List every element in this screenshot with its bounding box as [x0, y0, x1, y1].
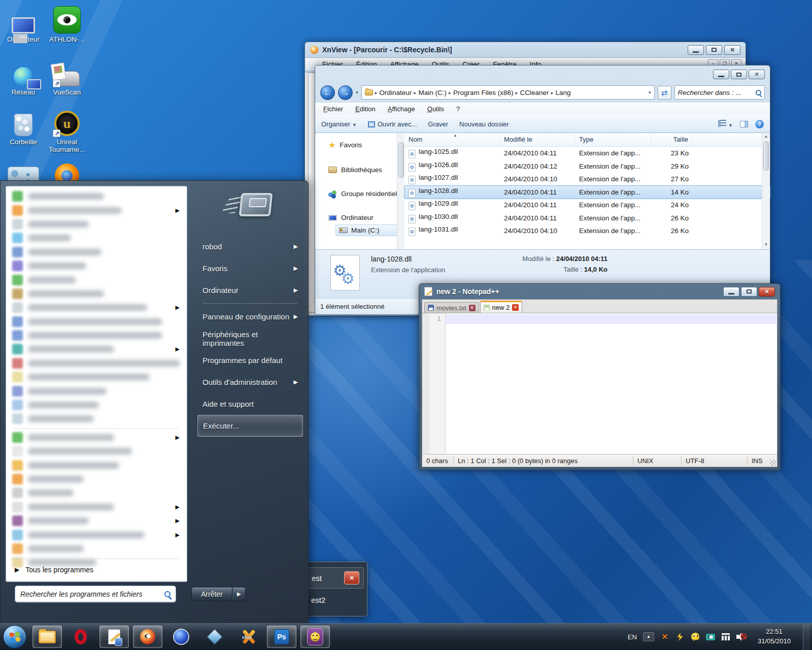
back-button[interactable]: ← — [320, 85, 335, 100]
taskbar-notepadpp-button[interactable] — [99, 626, 129, 648]
blurred-program-item[interactable] — [9, 356, 184, 370]
start-item-executer[interactable]: Exécuter... — [197, 415, 303, 437]
forward-button[interactable]: → — [338, 85, 353, 100]
column-header-type[interactable]: Type — [575, 133, 651, 146]
explorer-titlebar[interactable]: ✕ — [315, 66, 770, 83]
scrollbar-thumb[interactable] — [398, 142, 404, 178]
shutdown-button[interactable]: Arrêter — [191, 587, 232, 601]
start-item-programmes-defaut[interactable]: Programmes par défaut — [197, 349, 303, 371]
blurred-program-item[interactable] — [9, 189, 184, 203]
table-row-selected[interactable]: ⚙lang-1028.dll 24/04/2010 04:11Extension… — [404, 186, 770, 199]
show-hidden-icons-button[interactable]: ▲ — [643, 632, 654, 641]
lightning-tray-icon[interactable] — [675, 632, 685, 641]
blurred-program-item[interactable] — [9, 398, 184, 412]
blurred-program-item[interactable] — [9, 231, 184, 245]
maximize-button[interactable] — [706, 45, 722, 55]
taskbar-opera-button[interactable] — [66, 626, 95, 648]
clock[interactable]: 22:51 31/05/2010 — [752, 627, 797, 646]
preview-pane-button[interactable] — [740, 121, 748, 127]
blurred-program-item[interactable] — [9, 444, 184, 458]
breadcrumb[interactable]: ▸ Ordinateur ▸ Main (C:) ▸ Program Files… — [361, 85, 655, 100]
menu-outils[interactable]: Outils — [427, 105, 444, 113]
blurred-program-item[interactable] — [9, 273, 184, 286]
menu-edition[interactable]: Edition — [355, 105, 376, 113]
blurred-program-item[interactable] — [9, 412, 184, 426]
open-with-button[interactable]: Ouvrir avec... — [368, 120, 417, 128]
language-indicator[interactable]: EN — [628, 633, 637, 641]
table-row[interactable]: ⚙lang-1031.dll 24/04/2010 04:10Extension… — [404, 224, 770, 238]
blurred-program-item[interactable]: ▶ — [9, 500, 184, 514]
desktop-icon-vuescan[interactable]: ↗ VueScan — [46, 57, 88, 96]
close-thumbnail-button[interactable]: ✕ — [344, 571, 359, 584]
start-item-outils-administration[interactable]: Outils d'administration▶ — [197, 371, 303, 393]
desktop-icon-ordinateur[interactable]: Ordinateur — [2, 4, 45, 43]
column-header-modifie[interactable]: Modifié le — [500, 133, 575, 146]
close-button[interactable]: ✕ — [759, 287, 775, 297]
menu-help[interactable]: ? — [456, 105, 460, 113]
column-header-nom[interactable]: Nom — [404, 133, 500, 146]
maximize-button[interactable] — [741, 287, 757, 297]
scrollbar-thumb[interactable] — [763, 141, 769, 171]
desktop-icon-corbeille[interactable]: Corbeille — [2, 107, 45, 146]
blurred-program-item[interactable]: ▶ — [9, 431, 184, 444]
taskbar-xnview-button[interactable] — [133, 626, 162, 648]
start-search-box[interactable] — [15, 586, 176, 602]
blurred-program-item[interactable] — [9, 486, 184, 500]
taskbar-mediaplayer-button[interactable] — [166, 626, 196, 648]
columns-tray-icon[interactable] — [721, 632, 730, 641]
blurred-program-item[interactable] — [9, 245, 184, 259]
scroll-down-icon[interactable]: ▼ — [763, 242, 769, 248]
desktop-icon-reseau[interactable]: Réseau — [2, 57, 45, 96]
refresh-button[interactable]: ⇄ — [658, 86, 671, 100]
shutdown-options-arrow[interactable]: ▶ — [232, 587, 246, 601]
close-button[interactable]: ✕ — [749, 70, 765, 79]
start-search-input[interactable] — [20, 590, 160, 598]
desktop-icon-athlon[interactable]: ATHLON-... — [46, 4, 88, 43]
breadcrumb-ccleaner[interactable]: CCleaner — [520, 89, 549, 96]
blurred-program-item[interactable] — [9, 259, 184, 273]
show-desktop-button[interactable] — [803, 624, 810, 650]
start-item-peripheriques[interactable]: Périphériques et imprimantes — [197, 328, 303, 349]
scroll-up-icon[interactable]: ▲ — [763, 134, 769, 140]
blurred-program-item[interactable] — [9, 315, 184, 329]
notepadpp-titlebar[interactable]: new 2 - Notepad++ ✕ — [419, 284, 780, 299]
burn-button[interactable]: Graver — [428, 120, 448, 128]
blurred-program-item[interactable] — [9, 287, 184, 301]
sidebar-item-bibliotheques[interactable]: Bibliothèques — [315, 164, 404, 176]
tab-new-2[interactable]: new 2 ✕ — [480, 301, 523, 313]
taskbar-yahoo-button[interactable] — [300, 626, 330, 648]
breadcrumb-lang[interactable]: Lang — [556, 89, 571, 96]
address-dropdown[interactable]: ▾ — [649, 90, 651, 95]
blurred-program-item[interactable]: ▶ — [9, 203, 184, 217]
table-row[interactable]: ⚙lang-1026.dll 24/04/2010 04:12Extension… — [404, 160, 770, 173]
breadcrumb-program-files[interactable]: Program Files (x86) — [453, 89, 514, 96]
recent-pages-dropdown[interactable]: ▾ — [356, 90, 358, 95]
breadcrumb-ordinateur[interactable]: Ordinateur — [380, 89, 412, 96]
yahoo-smiley-tray-icon[interactable] — [691, 632, 700, 641]
sidebar-item-ordinateur[interactable]: Ordinateur — [315, 212, 404, 223]
xchat-tray-icon[interactable]: ✕ — [660, 632, 669, 641]
blurred-program-item[interactable]: ▶ — [9, 514, 184, 528]
minimize-button[interactable] — [688, 45, 704, 55]
file-list-scrollbar[interactable]: ▲ ▼ — [762, 133, 770, 249]
new-folder-button[interactable]: Nouveau dossier — [459, 120, 509, 128]
sidebar-item-favoris[interactable]: ★Favoris — [315, 138, 404, 152]
menu-fichier[interactable]: Fichier — [323, 105, 343, 113]
close-tab-icon[interactable]: ✕ — [512, 304, 519, 311]
blurred-program-item[interactable] — [9, 384, 184, 398]
start-item-panneau-configuration[interactable]: Panneau de configuration▶ — [197, 306, 303, 328]
blurred-program-item[interactable] — [9, 370, 184, 384]
all-programs-button[interactable]: ▶ Tous les programmes — [9, 566, 181, 574]
column-header-taille[interactable]: Taille — [651, 133, 693, 146]
breadcrumb-main-c[interactable]: Main (C:) — [418, 89, 447, 96]
maximize-button[interactable] — [731, 70, 747, 79]
blurred-program-item[interactable]: ▶ — [9, 528, 184, 541]
taskbar-photoshop-button[interactable]: Ps — [267, 626, 296, 648]
desktop-icon-unreal[interactable]: u↗ Unreal Tourname... — [46, 107, 88, 153]
taskbar-xchat-button[interactable]: chat — [233, 626, 263, 648]
search-input[interactable] — [678, 89, 756, 96]
sidebar-item-main-c[interactable]: Main (C:) — [335, 224, 403, 236]
blurred-program-item[interactable]: ▶ — [9, 342, 184, 356]
tab-movies-txt[interactable]: movies.txt ✕ — [424, 302, 479, 313]
blurred-program-item[interactable] — [9, 458, 184, 472]
